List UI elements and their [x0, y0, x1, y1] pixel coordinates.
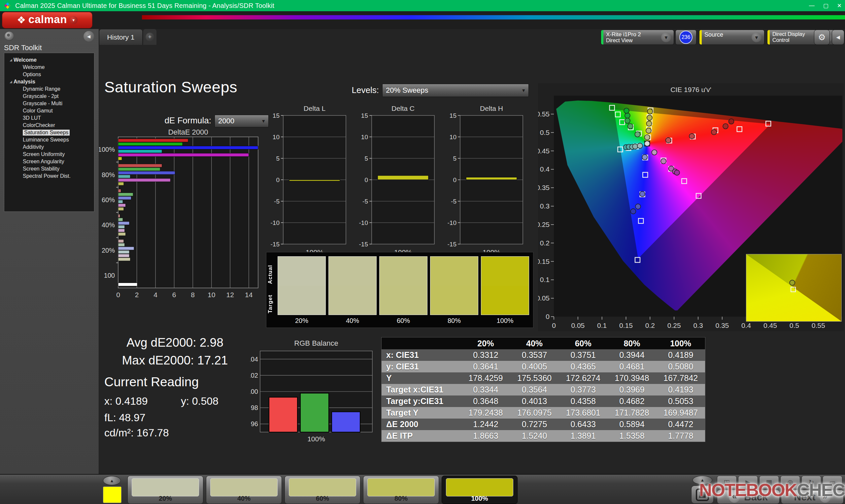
de-formula-dropdown[interactable]: 2000 ▼	[214, 115, 269, 127]
deltaC-svg: Delta C151050-5-10-15100%	[356, 105, 442, 260]
tick-label: 0.15	[538, 258, 550, 265]
pattern-button-20%[interactable]: 20%	[127, 475, 203, 504]
table-row: y: CIE310.36410.40050.43650.46810.5080	[382, 361, 705, 372]
sidebar-item-luminance-sweeps[interactable]: Luminance Sweeps	[4, 136, 94, 143]
sidebar-item-dynamic-range[interactable]: Dynamic Range	[4, 86, 94, 93]
tick-label: 0.4	[540, 165, 550, 173]
sidebar-item-3d-lut[interactable]: 3D LUT	[4, 114, 94, 122]
table-cell: 0.3641	[461, 362, 510, 372]
current-cdm2: cd/m²: 167.78	[104, 427, 169, 439]
table-cell: 1.5358	[608, 431, 656, 441]
sidebar-item-screen-uniformity[interactable]: Screen Uniformity	[4, 151, 94, 158]
table-row: Target y:CIE310.36480.40130.43580.46820.…	[382, 395, 705, 407]
measurement-table: 20%40%60%80%100%x: CIE310.33120.35370.37…	[381, 337, 705, 442]
plot-area	[118, 137, 258, 288]
tick-label: 2	[135, 291, 139, 299]
settings-button[interactable]: ⚙	[814, 30, 830, 45]
sidebar: ◀ SDR Toolkit ◢WelcomeWelcomeOptions◢Ana…	[0, 29, 99, 474]
bar	[118, 243, 125, 246]
levels-dropdown[interactable]: 20% Sweeps ▼	[382, 84, 529, 97]
bar	[118, 150, 162, 153]
target-marker	[619, 120, 624, 125]
calman-logo-button[interactable]: ❖ calman ▼	[2, 12, 92, 29]
sidebar-item-spectral-power-dist-[interactable]: Spectral Power Dist.	[4, 173, 94, 180]
tab-history-1[interactable]: History 1	[99, 29, 143, 45]
table-cell: 0.7275	[510, 419, 559, 429]
pattern-window-button[interactable]: ◳	[717, 475, 737, 489]
table-cell: 1.8663	[461, 431, 510, 441]
table-cell: 0.4472	[656, 419, 705, 429]
tick-label: 0.25	[667, 322, 681, 329]
chart-button[interactable]: ▦	[759, 475, 779, 489]
meter-status-bar	[601, 30, 603, 44]
tick-label: 0	[116, 291, 120, 299]
swatch-80%	[430, 256, 478, 315]
tick-label: 5	[365, 155, 368, 162]
pattern-collapse-button[interactable]: ▲	[103, 476, 121, 485]
pattern-label: 20%	[128, 495, 203, 502]
sidebar-item-additivity[interactable]: Additivity	[4, 143, 94, 151]
tick-label: 0	[276, 177, 280, 183]
sidebar-item-grayscale-2pt[interactable]: Grayscale - 2pt	[4, 93, 94, 100]
sidebar-item-color-gamut[interactable]: Color Gamut	[4, 107, 94, 114]
logo-dropdown-icon[interactable]: ▼	[70, 16, 77, 24]
meter-dropdown[interactable]: X-Rite i1Pro 2 Direct View ▼	[601, 30, 674, 45]
pattern-swatch	[367, 478, 435, 497]
layout-button[interactable]: ▭	[823, 475, 842, 489]
pattern-button-40%[interactable]: 40%	[206, 475, 282, 504]
tree-expanded-icon[interactable]: ◢	[8, 58, 14, 62]
sidebar-item-screen-stability[interactable]: Screen Stability	[4, 165, 94, 173]
measurement-marker	[637, 143, 642, 148]
sidebar-item-screen-angularity[interactable]: Screen Angularity	[4, 158, 94, 165]
back-button[interactable]: « Back	[717, 490, 780, 504]
sidebar-collapse-button[interactable]: ◀	[84, 31, 94, 41]
pattern-button-60%[interactable]: 60%	[284, 475, 360, 504]
pattern-button-80%[interactable]: 80%	[363, 475, 439, 504]
tick-label: 10	[272, 133, 280, 141]
tree-expanded-icon[interactable]: ◢	[8, 80, 14, 84]
tick-label: 10	[450, 133, 457, 141]
chevron-down-icon[interactable]: ▼	[752, 32, 761, 42]
pattern-label: 60%	[285, 495, 360, 502]
deltae2000-chart: DeltaE 200002468101214100%80%60%40%20%10…	[99, 129, 277, 304]
collapse-panel-button[interactable]: ◀	[832, 30, 844, 45]
play-button[interactable]: ▶	[738, 475, 758, 489]
pattern-label: 40%	[206, 495, 282, 502]
pattern-button-100%[interactable]: 100%	[442, 475, 517, 504]
refresh-button[interactable]: ↻	[802, 475, 821, 489]
tick-label: 0.05	[571, 322, 584, 329]
sidebar-item-colorchecker[interactable]: ColorChecker	[4, 122, 94, 129]
sidebar-item-grayscale-multi[interactable]: Grayscale - Multi	[4, 100, 94, 107]
workflow-knob-icon[interactable]	[5, 32, 14, 41]
close-button[interactable]: ✕	[837, 2, 842, 9]
minimize-button[interactable]: —	[809, 2, 815, 9]
add-tab-button[interactable]: +	[143, 29, 156, 45]
pattern-label: 100%	[442, 495, 517, 502]
delta-l-chart: Delta L151050-5-10-15100%	[267, 105, 353, 260]
chevron-down-icon[interactable]: ▼	[661, 32, 671, 42]
source-dropdown[interactable]: Source ▼	[699, 30, 764, 45]
table-cell: 1.7778	[656, 431, 705, 441]
tick-label: 0.5	[790, 322, 799, 329]
measurement-marker	[646, 128, 651, 133]
next-button[interactable]: Next »	[781, 490, 844, 504]
stop-button[interactable]	[691, 486, 714, 504]
controls-collapse-button[interactable]: ▲	[692, 475, 712, 485]
gear-icon: ⚙	[818, 32, 826, 42]
meter-button[interactable]: ◎	[780, 475, 800, 489]
sidebar-item-welcome[interactable]: Welcome	[4, 64, 94, 71]
target-marker	[618, 147, 623, 152]
inset-measurement-marker	[790, 280, 795, 285]
tick-label: 0.55	[812, 322, 825, 329]
maximize-button[interactable]: ▢	[823, 2, 828, 9]
sidebar-item-label: 3D LUT	[23, 115, 41, 121]
actual-color	[380, 257, 427, 286]
sidebar-item-options[interactable]: Options	[4, 71, 94, 78]
sidebar-item-welcome[interactable]: ◢Welcome	[4, 56, 94, 64]
levels-label: Levels:	[310, 85, 379, 95]
tick-label: DeltaE 2000	[168, 129, 208, 136]
sidebar-item-analysis[interactable]: ◢Analysis	[4, 78, 94, 86]
sidebar-item-label: Saturation Sweeps	[23, 130, 70, 136]
sidebar-item-saturation-sweeps[interactable]: Saturation Sweeps	[4, 129, 94, 136]
actual-color	[430, 257, 478, 286]
